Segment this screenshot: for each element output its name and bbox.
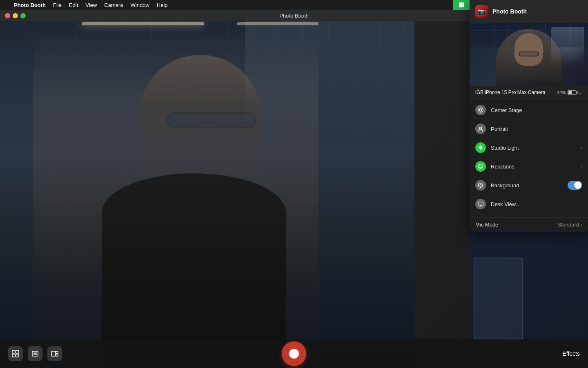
window-frame — [474, 258, 523, 339]
preview-window — [551, 27, 584, 68]
popup-header: 📷 Photo Booth — [470, 0, 588, 23]
popup-app-icon: 📷 — [475, 5, 488, 18]
desk-view-label: Desk View... — [491, 201, 582, 207]
background-toggle-knob — [574, 182, 581, 189]
reactions-chevron-icon: › — [581, 164, 582, 169]
svg-rect-18 — [478, 202, 483, 205]
center-stage-icon — [475, 105, 486, 115]
studio-light-chevron-icon: › — [581, 145, 582, 150]
record-button-inner — [289, 349, 299, 359]
svg-rect-5 — [33, 352, 37, 355]
studio-light-label: Studio Light — [491, 145, 576, 151]
svg-point-12 — [479, 146, 482, 149]
battery-fill — [568, 91, 572, 94]
grid-view-button[interactable] — [8, 346, 23, 361]
studio-light-icon — [475, 142, 486, 153]
close-button[interactable] — [5, 13, 10, 18]
menubar-help[interactable]: Help — [154, 1, 171, 9]
studio-light-item[interactable]: Studio Light › — [470, 138, 588, 157]
svg-rect-1 — [16, 350, 19, 353]
device-name: iGB iPhone 15 Pro Max Camera — [475, 90, 557, 95]
single-view-button[interactable] — [28, 346, 42, 361]
battery-percent: 44% — [557, 90, 566, 95]
popup-app-name: Photo Booth — [492, 8, 527, 15]
multi-view-button[interactable] — [47, 346, 62, 361]
reactions-label: Reactions — [491, 164, 576, 170]
camera-background — [0, 10, 414, 368]
background-icon — [475, 180, 486, 191]
popup-preview — [470, 23, 588, 86]
desk-view-icon — [475, 199, 486, 209]
menubar-left: Photo Booth File Edit View Camera Window… — [3, 1, 171, 9]
background-label: Background — [491, 182, 563, 188]
portrait-icon — [475, 123, 486, 134]
record-button[interactable] — [282, 341, 306, 366]
svg-point-9 — [479, 109, 482, 111]
popup-panel: 📷 Photo Booth iGB iPhone 15 Pro Max Came… — [470, 0, 588, 232]
svg-rect-3 — [16, 354, 19, 357]
center-stage-item[interactable]: Center Stage — [470, 101, 588, 119]
device-chevron-icon[interactable]: ⌄ — [578, 90, 582, 95]
camera-device-row[interactable]: iGB iPhone 15 Pro Max Camera 44% ⌄ — [470, 86, 588, 99]
svg-point-11 — [480, 127, 482, 129]
svg-rect-7 — [56, 351, 58, 353]
minimize-button[interactable] — [13, 13, 18, 18]
menubar-file[interactable]: File — [50, 1, 65, 9]
photobooth-icon: 📷 — [478, 8, 486, 16]
ceiling-light-2 — [237, 22, 318, 25]
screen-capture-indicator — [453, 0, 470, 10]
mic-mode-row[interactable]: Mic Mode Standard › — [470, 217, 588, 232]
reactions-item[interactable]: Reactions › — [470, 157, 588, 176]
menubar-window[interactable]: Window — [127, 1, 153, 9]
center-stage-label: Center Stage — [491, 107, 582, 113]
portrait-label: Portrait — [491, 126, 582, 132]
bottom-tools — [8, 346, 62, 361]
window-title: Photo Booth — [279, 13, 309, 19]
menu-divider — [470, 216, 588, 216]
background-item[interactable]: Background — [470, 176, 588, 195]
menu-items: Center Stage Portrait Studio Light › — [470, 99, 588, 215]
desk-view-item[interactable]: Desk View... — [470, 195, 588, 213]
popup-head — [514, 33, 543, 66]
mic-mode-value: Standard — [557, 222, 579, 228]
menubar-app-name[interactable]: Photo Booth — [11, 1, 49, 9]
svg-point-10 — [478, 108, 483, 112]
svg-point-15 — [481, 166, 482, 166]
mic-mode-chevron-icon: › — [581, 222, 582, 228]
maximize-button[interactable] — [20, 13, 26, 18]
menubar-edit[interactable]: Edit — [66, 1, 81, 9]
ceiling-light-1 — [82, 22, 204, 25]
svg-point-17 — [480, 184, 481, 186]
portrait-item[interactable]: Portrait — [470, 119, 588, 138]
reactions-icon — [475, 161, 486, 172]
background-lights — [245, 10, 414, 132]
person-body — [102, 173, 286, 368]
bottom-bar: Effects — [0, 339, 588, 368]
menubar-camera[interactable]: Camera — [101, 1, 126, 9]
svg-point-14 — [479, 166, 480, 166]
glasses — [167, 112, 256, 128]
svg-rect-6 — [51, 351, 56, 356]
apple-menu[interactable] — [3, 4, 10, 6]
menubar-view[interactable]: View — [82, 1, 100, 9]
svg-rect-0 — [12, 350, 15, 353]
mic-mode-label: Mic Mode — [475, 222, 557, 228]
svg-point-13 — [479, 164, 483, 169]
traffic-lights — [5, 13, 26, 18]
screen-capture-dot — [459, 2, 464, 7]
battery-indicator: 44% — [557, 90, 577, 95]
effects-button[interactable]: Effects — [562, 350, 580, 357]
preview-glasses — [519, 52, 539, 56]
svg-rect-8 — [56, 354, 58, 356]
battery-bar — [568, 90, 577, 95]
background-toggle[interactable] — [568, 181, 582, 190]
svg-rect-2 — [12, 354, 15, 357]
